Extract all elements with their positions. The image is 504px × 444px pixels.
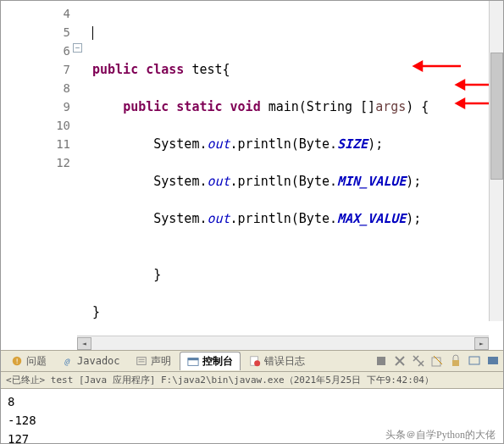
svg-rect-13 <box>469 357 479 364</box>
javadoc-icon: @ <box>62 355 74 367</box>
vertical-scrollbar[interactable] <box>489 1 503 321</box>
remove-launch-icon[interactable] <box>393 354 407 368</box>
scroll-left-icon[interactable]: ◄ <box>77 337 91 350</box>
line-number: 4 <box>1 4 70 23</box>
views-tab-bar: ! 问题 @ Javadoc 声明 控制台 错误日志 <box>1 350 503 372</box>
watermark-text: 头条＠自学Python的大佬 <box>385 428 496 442</box>
output-line: -128 <box>8 411 496 430</box>
declaration-icon <box>136 355 147 367</box>
svg-rect-10 <box>377 357 385 365</box>
remove-all-icon[interactable] <box>412 354 425 368</box>
svg-rect-3 <box>136 358 146 365</box>
scroll-thumb[interactable] <box>490 53 503 180</box>
tab-problems[interactable]: ! 问题 <box>4 352 53 370</box>
clear-console-icon[interactable] <box>430 354 444 368</box>
output-line: 8 <box>8 392 496 411</box>
tab-declaration[interactable]: 声明 <box>129 352 178 370</box>
text-cursor <box>92 26 93 40</box>
scroll-right-icon[interactable]: ► <box>474 337 489 350</box>
line-number: 6− <box>1 42 70 60</box>
scroll-lock-icon[interactable] <box>449 354 462 368</box>
line-number-gutter: 4 5 6− 7 8 9 10 11 12 <box>1 1 77 336</box>
line-number: 8 <box>1 79 70 97</box>
problems-icon: ! <box>11 355 23 367</box>
svg-text:@: @ <box>64 357 70 366</box>
code-editor-pane: 4 5 6− 7 8 9 10 11 12 public class test{… <box>1 1 503 336</box>
line-number: 10 <box>1 116 70 135</box>
line-number: 9 <box>1 97 70 116</box>
line-number: 7 <box>1 60 70 79</box>
code-text-area[interactable]: public class test{ public static void ma… <box>77 1 503 336</box>
error-log-icon <box>249 355 261 367</box>
horizontal-scrollbar[interactable]: ◄ ► <box>77 336 489 350</box>
scroll-track[interactable] <box>91 337 474 350</box>
svg-text:!: ! <box>15 358 19 365</box>
console-launch-header: <已终止> test [Java 应用程序] F:\java2\bin\java… <box>1 372 503 389</box>
display-selected-icon[interactable] <box>486 354 500 368</box>
pin-console-icon[interactable] <box>468 354 481 368</box>
console-toolbar <box>374 354 500 368</box>
svg-rect-12 <box>452 360 459 366</box>
tab-console[interactable]: 控制台 <box>180 352 241 370</box>
line-number: 12 <box>1 153 70 172</box>
svg-rect-14 <box>488 357 498 364</box>
svg-point-9 <box>254 360 260 366</box>
terminate-icon[interactable] <box>374 354 388 368</box>
line-number: 11 <box>1 135 70 153</box>
tab-error-log[interactable]: 错误日志 <box>242 352 312 370</box>
svg-rect-7 <box>187 358 197 360</box>
console-icon <box>187 356 199 368</box>
line-number: 5 <box>1 23 70 42</box>
tab-javadoc[interactable]: @ Javadoc <box>55 353 127 369</box>
